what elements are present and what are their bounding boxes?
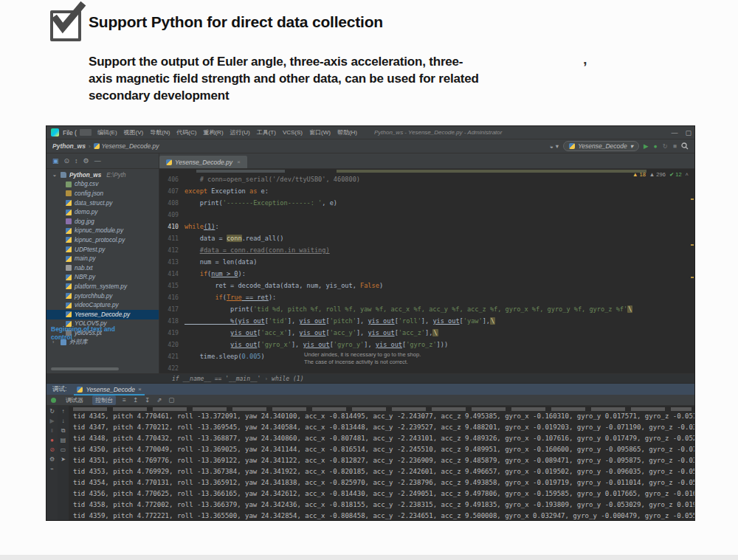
run-configuration-select[interactable]: Yesense_Decode ▾ (563, 141, 639, 151)
code-line-418[interactable]: 418 %(yis_out['tid'], yis_out['pitch'], … (159, 315, 694, 327)
code-line-416[interactable]: 416 if(True == ret): (159, 291, 694, 303)
menu-item[interactable]: 重构(R) (203, 128, 223, 136)
tree-item-platform-system-py[interactable]: platform_system.py (46, 282, 159, 291)
menu-item[interactable]: 工具(T) (257, 128, 276, 136)
clear-icon[interactable]: ▭ (61, 446, 66, 453)
code-line-417[interactable]: 417 print('tid %d, pitch %f, roll %f, ya… (159, 303, 694, 315)
step-into-icon[interactable]: ↧ (145, 396, 150, 404)
code-line-419[interactable]: 419 yis_out['acc_x'], yis_out['acc_y'], … (159, 327, 694, 339)
step-over-icon[interactable]: ↥ (133, 396, 138, 404)
resume-icon[interactable]: ▶ (49, 418, 54, 424)
tree-item-kipnuc-protocol-py[interactable]: kipnuc_protocol.py (46, 235, 159, 245)
code-line-412[interactable]: 412 #data = conn.read(conn.in_waiting) (159, 244, 694, 256)
menu-item[interactable]: 窗口(W) (309, 128, 331, 136)
run-to-cursor-icon[interactable]: ▢ (168, 396, 174, 404)
step-out-icon[interactable]: ⇗ (156, 396, 162, 404)
console-output[interactable]: tid 4345, pitch 4.770461, roll -13.37209… (69, 406, 694, 520)
settings-wrench-icon[interactable]: ⌁ (50, 466, 54, 472)
code-line-420[interactable]: 420 yis_out['gyro_x'], yis_out['gyro_y']… (159, 339, 694, 350)
tree-item-videocapture-py[interactable]: videoCapture.py (46, 300, 159, 310)
console-tab-item[interactable]: 调试器 (63, 395, 86, 405)
stop-icon[interactable]: ■ (673, 143, 677, 150)
tree-item-nbr-py[interactable]: NBR.py (46, 273, 159, 283)
code-line-413[interactable]: 413 num = len(data) (159, 256, 694, 268)
breadcrumb-project[interactable]: Python_ws (52, 142, 86, 150)
close-tab-icon[interactable]: × (138, 386, 142, 393)
code-line-422[interactable]: 422 (159, 362, 694, 373)
minimize-button[interactable]: — (671, 129, 677, 136)
project-view-icon[interactable]: ▣ (52, 158, 59, 165)
menu-file[interactable]: File ( (63, 129, 77, 136)
tree-item-udptest-py[interactable]: UDPtest.py (46, 245, 159, 255)
locate-file-icon[interactable]: ⊙ (64, 158, 70, 165)
expand-selection-icon[interactable]: ↕ (75, 158, 78, 165)
rerun-icon[interactable]: ↻ (663, 143, 668, 150)
chevron-up-icon[interactable]: ˄ (686, 171, 689, 178)
menu-item[interactable]: 代码(C) (176, 128, 196, 136)
breadcrumb-main[interactable]: if __name__ == '__main__' (172, 376, 261, 382)
debug-bug-icon[interactable]: ● (654, 143, 658, 150)
tree-item-pytorchhub-py[interactable]: pytorchhub.py (46, 291, 159, 301)
code-line-411[interactable]: 411 data = conn.read_all() (159, 232, 694, 244)
settings-icon[interactable]: ⚙ (83, 158, 89, 165)
code-line-406[interactable]: 406 # conn=open_serial('/dev/ttyUSB0', 4… (159, 173, 694, 185)
down-stack-icon[interactable]: ↓ (62, 418, 65, 424)
hide-panel-icon[interactable]: — (94, 158, 101, 165)
run-icon[interactable]: ▶ (644, 143, 649, 150)
line-number: 406 (159, 176, 184, 183)
console-tab-selected[interactable]: 控制台 (92, 395, 116, 405)
user-profile-icon[interactable]: ◒ (550, 143, 554, 150)
horizontal-scrollbar[interactable] (51, 367, 119, 370)
weak-warning-icon: ▲ 296 (649, 171, 666, 178)
editor-breadcrumb: if __name__ == '__main__' › while (1) (46, 373, 694, 383)
menu-item[interactable]: 帮助(H) (337, 128, 357, 136)
close-button[interactable]: ▢ (685, 129, 692, 136)
code-line-421[interactable]: 421 time.sleep(0.005) (159, 350, 694, 362)
tree-item-data-struct-py[interactable]: data_struct.py (46, 198, 159, 208)
tree-item-chbg-csv[interactable]: chbg.csv (46, 180, 159, 190)
editor-tab[interactable]: Yesense_Decode.py × (159, 156, 247, 168)
tree-item-nab-txt[interactable]: nab.txt (46, 263, 159, 273)
menu-item[interactable]: 视图(V) (124, 128, 144, 136)
dropdown-caret-icon[interactable]: ▾ (556, 143, 559, 150)
code-token: 'pitch' (330, 317, 356, 325)
scroll-to-end-icon[interactable]: ➤ (61, 456, 66, 463)
menu-item[interactable]: VCS(S) (283, 129, 303, 136)
stop-icon[interactable]: ● (50, 437, 54, 443)
python-file-icon (66, 237, 72, 243)
tree-item-yesense-decode-py[interactable]: Yesense_Decode.py (46, 310, 159, 319)
up-stack-icon[interactable]: ↑ (62, 408, 65, 415)
debug-session-tab[interactable]: Yesense_Decode × (74, 384, 144, 395)
code-line-409[interactable]: 409 (159, 209, 694, 221)
inspections-widget[interactable]: ▲ 18 ▲ 296 ✔ 12 ˄ (632, 171, 689, 178)
menu-item[interactable]: 运行(U) (230, 128, 250, 136)
code-line-408[interactable]: 408 print('-------Exception------: ', e) (159, 197, 694, 209)
tree-item-dog-jpg[interactable]: dog.jpg (46, 217, 159, 227)
console-tabs-icon[interactable]: ⧉ (61, 427, 66, 434)
code-editor[interactable]: 406 # conn=open_serial('/dev/ttyUSB0', 4… (159, 169, 694, 373)
tree-item-main-py[interactable]: main.py (46, 254, 159, 263)
code-token (184, 341, 230, 348)
code-line-415[interactable]: 415 ret = decode_data(data, num, yis_out… (159, 280, 694, 291)
tree-item-config-json[interactable]: config.json (46, 189, 159, 198)
layout-icon[interactable]: ≡ (123, 396, 126, 404)
menu-item[interactable]: 导航(N) (150, 128, 170, 136)
view-breakpoints-icon[interactable]: ⚙ (49, 456, 55, 463)
rerun-icon[interactable]: ↻ (49, 408, 55, 415)
breadcrumb-file[interactable]: Yesense_Decode.py (94, 142, 159, 150)
clipped-code-line (189, 170, 671, 173)
code-line-414[interactable]: 414 if(num > 0): (159, 268, 694, 280)
code-line-407[interactable]: 407except Exception as e: (159, 185, 694, 197)
project-root-item[interactable]: ⌄ Python_ws E:\Pyth (46, 170, 159, 180)
mute-breakpoints-icon[interactable]: ⊘ (49, 446, 55, 453)
breadcrumb-while[interactable]: while (1) (272, 376, 303, 382)
code-line-410[interactable]: 410while(1): (159, 221, 694, 232)
search-icon[interactable] (681, 142, 689, 150)
close-tab-icon[interactable]: × (237, 159, 241, 165)
menu-item[interactable]: 编辑(E) (97, 128, 117, 136)
tree-item-demo-py[interactable]: demo.py (46, 207, 159, 217)
tree-item-kipnuc-module-py[interactable]: kipnuc_module.py (46, 227, 159, 236)
chevron-down-icon[interactable]: ⌄ (52, 172, 58, 178)
pause-icon[interactable]: ‖ (51, 427, 53, 434)
print-icon[interactable]: ▤ (61, 437, 66, 443)
